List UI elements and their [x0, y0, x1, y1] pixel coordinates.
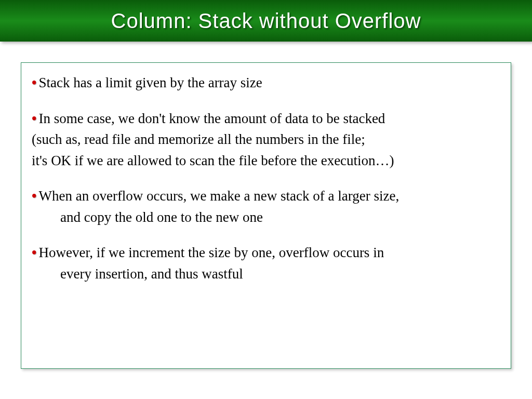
- bullet-icon: •: [32, 111, 36, 126]
- sub-text: and copy the old one to the new one: [32, 207, 500, 228]
- bullet-icon: •: [32, 245, 36, 260]
- bullet-text: •However, if we increment the size by on…: [32, 242, 500, 263]
- slide-title: Column: Stack without Overflow: [111, 9, 421, 33]
- bullet-text: •Stack has a limit given by the array si…: [32, 72, 500, 94]
- bullet-content: Stack has a limit given by the array siz…: [38, 75, 262, 90]
- bullet-item: •When an overflow occurs, we make a new …: [32, 185, 500, 228]
- bullet-item: •Stack has a limit given by the array si…: [32, 72, 500, 94]
- title-bar: Column: Stack without Overflow: [0, 0, 532, 42]
- bullet-text: •When an overflow occurs, we make a new …: [32, 185, 500, 207]
- bullet-icon: •: [32, 188, 36, 204]
- bullet-text: •In some case, we don't know the amount …: [32, 108, 500, 129]
- sub-text: it's OK if we are allowed to scan the fi…: [32, 150, 500, 171]
- bullet-content: In some case, we don't know the amount o…: [38, 111, 385, 126]
- bullet-item: •In some case, we don't know the amount …: [32, 108, 500, 171]
- sub-text: (such as, read file and memorize all the…: [32, 129, 500, 150]
- bullet-content: However, if we increment the size by one…: [38, 245, 384, 260]
- bullet-content: When an overflow occurs, we make a new s…: [38, 188, 399, 204]
- bullet-item: •However, if we increment the size by on…: [32, 242, 500, 284]
- bullet-icon: •: [32, 75, 36, 90]
- content-box: •Stack has a limit given by the array si…: [21, 62, 511, 369]
- sub-text: every insertion, and thus wastful: [32, 263, 500, 285]
